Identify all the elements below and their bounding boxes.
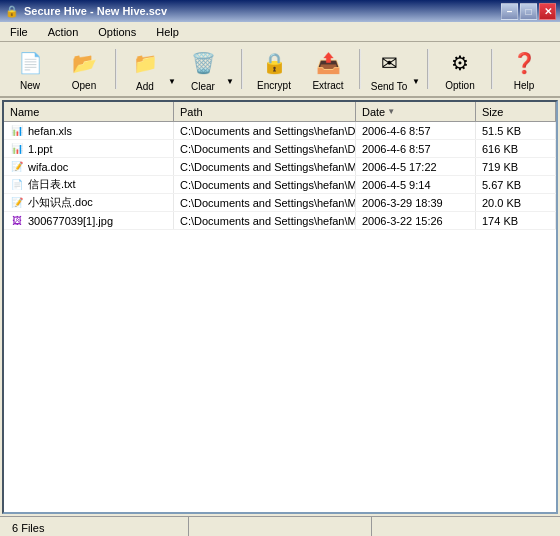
file-type-icon: 📊 <box>10 124 24 138</box>
separator-1 <box>115 49 117 89</box>
extract-button[interactable]: 📤 Extract <box>302 44 354 94</box>
cell-date: 2006-4-5 17:22 <box>356 158 476 175</box>
status-bar: 6 Files <box>0 516 560 536</box>
open-icon: 📂 <box>68 47 100 78</box>
add-dropdown-arrow[interactable]: ▼ <box>167 44 177 94</box>
table-row[interactable]: 📄 信日表.txt C:\Documents and Settings\hefa… <box>4 176 556 194</box>
status-section-3 <box>372 517 554 536</box>
maximize-button[interactable]: □ <box>520 3 537 20</box>
close-button[interactable]: ✕ <box>539 3 556 20</box>
sendto-label: Send To <box>371 81 408 92</box>
cell-size: 51.5 KB <box>476 122 556 139</box>
menu-file[interactable]: File <box>4 25 34 39</box>
menu-help[interactable]: Help <box>150 25 185 39</box>
help-icon: ❓ <box>508 47 540 78</box>
table-body: 📊 hefan.xls C:\Documents and Settings\he… <box>4 122 556 512</box>
cell-name: 🖼 300677039[1].jpg <box>4 212 174 229</box>
separator-2 <box>241 49 243 89</box>
new-button[interactable]: 📄 New <box>4 44 56 94</box>
clear-label: Clear <box>191 81 215 92</box>
cell-size: 719 KB <box>476 158 556 175</box>
add-icon: 📁 <box>129 47 161 79</box>
table-row[interactable]: 📝 小知识点.doc C:\Documents and Settings\hef… <box>4 194 556 212</box>
col-size[interactable]: Size <box>476 102 556 121</box>
cell-path: C:\Documents and Settings\hefan\M... <box>174 212 356 229</box>
clear-button[interactable]: 🗑️ Clear ▼ <box>180 43 236 95</box>
file-type-icon: 📄 <box>10 178 24 192</box>
table-row[interactable]: 📊 1.ppt C:\Documents and Settings\hefan\… <box>4 140 556 158</box>
clear-icon: 🗑️ <box>187 47 219 79</box>
separator-4 <box>427 49 429 89</box>
file-type-icon: 🖼 <box>10 214 24 228</box>
add-label: Add <box>136 81 154 92</box>
options-label: Option <box>445 80 474 91</box>
options-button[interactable]: ⚙ Option <box>434 44 486 94</box>
file-type-icon: 📝 <box>10 160 24 174</box>
status-file-count: 6 Files <box>6 517 189 536</box>
cell-name: 📝 小知识点.doc <box>4 194 174 211</box>
cell-name: 📄 信日表.txt <box>4 176 174 193</box>
cell-path: C:\Documents and Settings\hefan\M... <box>174 194 356 211</box>
cell-size: 616 KB <box>476 140 556 157</box>
sendto-icon: ✉ <box>373 47 405 79</box>
extract-label: Extract <box>312 80 343 91</box>
file-type-icon: 📊 <box>10 142 24 156</box>
menu-bar: File Action Options Help <box>0 22 560 42</box>
cell-date: 2006-4-5 9:14 <box>356 176 476 193</box>
sendto-button[interactable]: ✉ Send To ▼ <box>366 43 422 95</box>
file-type-icon: 📝 <box>10 196 24 210</box>
cell-name: 📝 wifa.doc <box>4 158 174 175</box>
cell-name: 📊 hefan.xls <box>4 122 174 139</box>
encrypt-label: Encrypt <box>257 80 291 91</box>
table-row[interactable]: 🖼 300677039[1].jpg C:\Documents and Sett… <box>4 212 556 230</box>
col-date[interactable]: Date ▼ <box>356 102 476 121</box>
cell-date: 2006-3-22 15:26 <box>356 212 476 229</box>
minimize-button[interactable]: – <box>501 3 518 20</box>
title-bar: 🔒 Secure Hive - New Hive.scv – □ ✕ <box>0 0 560 22</box>
cell-path: C:\Documents and Settings\hefan\D... <box>174 122 356 139</box>
extract-icon: 📤 <box>312 47 344 78</box>
options-icon: ⚙ <box>444 47 476 78</box>
new-icon: 📄 <box>14 47 46 78</box>
cell-date: 2006-3-29 18:39 <box>356 194 476 211</box>
open-label: Open <box>72 80 96 91</box>
cell-size: 174 KB <box>476 212 556 229</box>
cell-path: C:\Documents and Settings\hefan\M... <box>174 158 356 175</box>
cell-path: C:\Documents and Settings\hefan\D... <box>174 140 356 157</box>
sort-indicator: ▼ <box>387 107 395 116</box>
table-row[interactable]: 📝 wifa.doc C:\Documents and Settings\hef… <box>4 158 556 176</box>
separator-3 <box>359 49 361 89</box>
status-section-2 <box>189 517 372 536</box>
clear-dropdown-arrow[interactable]: ▼ <box>225 44 235 94</box>
cell-date: 2006-4-6 8:57 <box>356 140 476 157</box>
cell-size: 5.67 KB <box>476 176 556 193</box>
cell-path: C:\Documents and Settings\hefan\M... <box>174 176 356 193</box>
cell-date: 2006-4-6 8:57 <box>356 122 476 139</box>
window-title: Secure Hive - New Hive.scv <box>24 5 167 17</box>
menu-action[interactable]: Action <box>42 25 85 39</box>
cell-size: 20.0 KB <box>476 194 556 211</box>
title-bar-left: 🔒 Secure Hive - New Hive.scv <box>4 3 167 19</box>
col-name[interactable]: Name <box>4 102 174 121</box>
app-icon: 🔒 <box>4 3 20 19</box>
table-row[interactable]: 📊 hefan.xls C:\Documents and Settings\he… <box>4 122 556 140</box>
cell-name: 📊 1.ppt <box>4 140 174 157</box>
main-area: Name Path Date ▼ Size 📊 hefan.xls C:\Doc… <box>2 100 558 514</box>
encrypt-icon: 🔒 <box>258 47 290 78</box>
open-button[interactable]: 📂 Open <box>58 44 110 94</box>
encrypt-button[interactable]: 🔒 Encrypt <box>248 44 300 94</box>
help-label: Help <box>514 80 535 91</box>
menu-options[interactable]: Options <box>92 25 142 39</box>
separator-5 <box>491 49 493 89</box>
help-button[interactable]: ❓ Help <box>498 44 550 94</box>
title-buttons: – □ ✕ <box>501 3 556 20</box>
table-header: Name Path Date ▼ Size <box>4 102 556 122</box>
sendto-dropdown-arrow[interactable]: ▼ <box>411 44 421 94</box>
new-label: New <box>20 80 40 91</box>
add-button[interactable]: 📁 Add ▼ <box>122 43 178 95</box>
toolbar: 📄 New 📂 Open 📁 Add ▼ 🗑️ Clear ▼ 🔒 Encryp… <box>0 42 560 98</box>
col-path[interactable]: Path <box>174 102 356 121</box>
